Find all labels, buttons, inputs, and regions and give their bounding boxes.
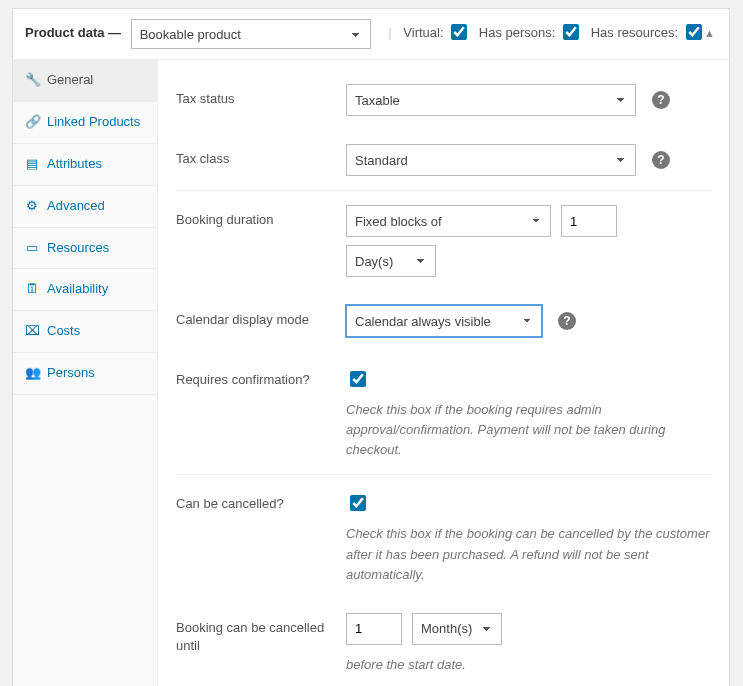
has-persons-checkbox[interactable]	[563, 24, 579, 40]
folder-icon: ▭	[25, 240, 39, 257]
calendar-display-select[interactable]: Calendar always visible	[346, 305, 542, 337]
list-icon: ▤	[25, 156, 39, 173]
tax-class-select[interactable]: Standard	[346, 144, 636, 176]
tab-linked-products[interactable]: 🔗 Linked Products	[13, 102, 157, 144]
row-can-cancel: Can be cancelled? Check this box if the …	[176, 474, 711, 598]
gear-icon: ⚙	[25, 198, 39, 215]
duration-mode-select[interactable]: Fixed blocks of	[346, 205, 551, 237]
has-resources-checkbox[interactable]	[686, 24, 702, 40]
product-data-panel: Product data — Bookable product | Virtua…	[12, 8, 730, 686]
card-icon: ⌧	[25, 323, 39, 340]
virtual-label: Virtual:	[403, 25, 443, 40]
label-requires-confirmation: Requires confirmation?	[176, 365, 346, 389]
tab-label: Advanced	[47, 198, 105, 215]
cancel-until-qty-input[interactable]	[346, 613, 402, 645]
duration-unit-select[interactable]: Day(s)	[346, 245, 436, 277]
label-cancel-until: Booking can be cancelled until	[176, 613, 346, 655]
tab-label: Costs	[47, 323, 80, 340]
row-tax-class: Tax class Standard ?	[176, 130, 711, 190]
tab-label: Resources	[47, 240, 109, 257]
label-can-cancel: Can be cancelled?	[176, 489, 346, 513]
requires-confirmation-desc: Check this box if the booking requires a…	[346, 400, 711, 460]
panel-body: 🔧 General 🔗 Linked Products ▤ Attributes…	[13, 60, 729, 686]
tab-content: Tax status Taxable ? Tax class Standar	[158, 60, 729, 686]
wrench-icon: 🔧	[25, 72, 39, 89]
label-tax-class: Tax class	[176, 144, 346, 168]
tab-costs[interactable]: ⌧ Costs	[13, 311, 157, 353]
row-cancel-until: Booking can be cancelled until Month(s) …	[176, 599, 711, 686]
tab-advanced[interactable]: ⚙ Advanced	[13, 186, 157, 228]
row-requires-confirmation: Requires confirmation? Check this box if…	[176, 351, 711, 474]
tab-resources[interactable]: ▭ Resources	[13, 228, 157, 270]
label-calendar-display: Calendar display mode	[176, 305, 346, 329]
separator: |	[388, 25, 391, 40]
collapse-toggle-icon[interactable]: ▲	[704, 23, 715, 44]
tab-persons[interactable]: 👥 Persons	[13, 353, 157, 395]
calendar-icon: 🗓	[25, 281, 39, 298]
tab-label: Persons	[47, 365, 95, 382]
link-icon: 🔗	[25, 114, 39, 131]
tab-general[interactable]: 🔧 General	[13, 60, 157, 102]
tax-status-select[interactable]: Taxable	[346, 84, 636, 116]
help-icon[interactable]: ?	[558, 312, 576, 330]
panel-header: Product data — Bookable product | Virtua…	[13, 9, 729, 60]
row-calendar-display: Calendar display mode Calendar always vi…	[176, 291, 711, 351]
can-cancel-desc: Check this box if the booking can be can…	[346, 524, 711, 584]
duration-qty-input[interactable]	[561, 205, 617, 237]
tab-label: General	[47, 72, 93, 89]
can-cancel-checkbox[interactable]	[350, 495, 366, 511]
tabs-sidebar: 🔧 General 🔗 Linked Products ▤ Attributes…	[13, 60, 158, 686]
help-icon[interactable]: ?	[652, 91, 670, 109]
row-booking-duration: Booking duration Fixed blocks of Day(s)	[176, 190, 711, 291]
row-tax-status: Tax status Taxable ?	[176, 70, 711, 130]
panel-title: Product data —	[25, 25, 121, 40]
label-tax-status: Tax status	[176, 84, 346, 108]
product-type-select[interactable]: Bookable product	[131, 19, 371, 49]
tab-attributes[interactable]: ▤ Attributes	[13, 144, 157, 186]
cancel-until-unit-select[interactable]: Month(s)	[412, 613, 502, 645]
has-resources-label: Has resources:	[591, 25, 678, 40]
help-icon[interactable]: ?	[652, 151, 670, 169]
tab-label: Attributes	[47, 156, 102, 173]
label-booking-duration: Booking duration	[176, 205, 346, 229]
cancel-until-desc: before the start date.	[346, 655, 711, 675]
users-icon: 👥	[25, 365, 39, 382]
virtual-checkbox[interactable]	[451, 24, 467, 40]
tab-label: Availability	[47, 281, 108, 298]
requires-confirmation-checkbox[interactable]	[350, 371, 366, 387]
has-persons-label: Has persons:	[479, 25, 556, 40]
tab-label: Linked Products	[47, 114, 140, 131]
tab-availability[interactable]: 🗓 Availability	[13, 269, 157, 311]
